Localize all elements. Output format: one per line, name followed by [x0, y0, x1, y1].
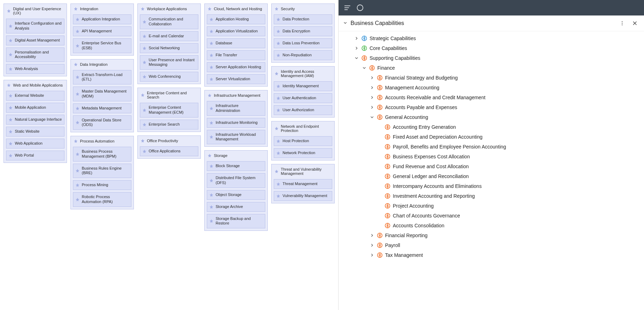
capability-card[interactable]: Digital Asset Management — [6, 36, 64, 45]
tree-node[interactable]: Strategic Capabilities — [342, 33, 640, 43]
capability-card[interactable]: External Website — [6, 91, 64, 101]
tree-node[interactable]: Accounts Receivable and Credit Managemen… — [342, 93, 640, 102]
tree-node[interactable]: Intercompany Accounts and Eliminations — [342, 181, 640, 191]
capability-card[interactable]: Business Process Management (BPM) — [73, 147, 131, 162]
tree-node[interactable]: Chart of Accounts Governance — [342, 211, 640, 221]
capability-card[interactable]: Data Loss Prevention — [274, 38, 332, 48]
capability-card[interactable]: Process Mining — [73, 180, 131, 190]
capability-group-header[interactable]: Enterprise Content and Search — [140, 90, 198, 101]
capability-group-header[interactable]: Office Productivity — [140, 138, 198, 144]
capability-group-header[interactable]: Threat and Vulnerability Management — [274, 166, 332, 177]
chevron-right-icon[interactable] — [370, 85, 374, 90]
capability-group-header[interactable]: Digital and User Experience (UX) — [6, 6, 64, 17]
capability-card[interactable]: API Management — [73, 26, 131, 36]
tree-node[interactable]: General Ledger and Reconciliation — [342, 171, 640, 181]
chevron-down-icon[interactable] — [362, 65, 367, 70]
capability-group-header[interactable]: Infrastructure Management — [207, 93, 265, 99]
capability-group-header[interactable]: Cloud, Network and Hosting — [207, 6, 265, 12]
capability-card[interactable]: Web Conferencing — [140, 72, 198, 82]
capability-card[interactable]: Social Networking — [140, 43, 198, 53]
capability-group-header[interactable]: Integration — [73, 6, 131, 12]
tree-node[interactable]: Tax Management — [342, 250, 640, 260]
chevron-down-icon[interactable] — [370, 115, 374, 120]
capability-card[interactable]: Office Applications — [140, 146, 198, 156]
chevron-right-icon[interactable] — [354, 46, 359, 51]
kebab-menu-icon[interactable] — [617, 18, 627, 28]
capability-group-header[interactable]: Storage — [207, 153, 265, 159]
capability-group-header[interactable]: Workplace Applications — [140, 6, 198, 12]
capability-group-header[interactable]: Data Integration — [73, 62, 131, 68]
capability-card[interactable]: Data Protection — [274, 14, 332, 24]
tree-node[interactable]: Fund Revenue and Cost Allocation — [342, 162, 640, 171]
capability-card[interactable]: Master Data Management (MDM) — [73, 87, 131, 101]
capability-card[interactable]: File Transfer — [207, 50, 265, 60]
tree-node[interactable]: Project Accounting — [342, 201, 640, 211]
capability-card[interactable]: Interface Configuration and Analysis — [6, 19, 64, 33]
capability-card[interactable]: Non-Repudiation — [274, 50, 332, 60]
capability-card[interactable]: Application Integration — [73, 14, 131, 24]
capability-card[interactable]: Natural Language Interface — [6, 115, 64, 125]
tree-node[interactable]: Investment Accounting and Reporting — [342, 191, 640, 201]
capability-card[interactable]: Static Website — [6, 127, 64, 137]
capability-card[interactable]: Infrastructure Administration — [207, 101, 265, 116]
tree-node[interactable]: Finance — [342, 63, 640, 73]
capability-card[interactable]: Web Analysis — [6, 64, 64, 74]
capability-card[interactable]: Operational Data Store (ODS) — [73, 115, 131, 130]
capability-card[interactable]: Communication and Collaboration — [140, 14, 198, 29]
menu-icon[interactable] — [343, 4, 351, 12]
capability-card[interactable]: User Authorization — [274, 105, 332, 115]
tree-node[interactable]: Accounts Consolidation — [342, 221, 640, 230]
capability-card[interactable]: Server Virtualization — [207, 74, 265, 84]
capability-card[interactable]: Infrastructure Workload Management — [207, 130, 265, 145]
tree-node[interactable]: Accounts Payable and Expenses — [342, 102, 640, 112]
chevron-right-icon[interactable] — [370, 253, 374, 258]
capability-card[interactable]: Web Portal — [6, 151, 64, 160]
capability-card[interactable]: Application Hosting — [207, 14, 265, 24]
capability-card[interactable]: Distributed File System (DFS) — [207, 173, 265, 188]
capability-card[interactable]: Threat Management — [274, 179, 332, 189]
capability-card[interactable]: Enterprise Search — [140, 120, 198, 129]
close-icon[interactable] — [630, 18, 640, 28]
capability-card[interactable]: Robotic Process Automation (RPA) — [73, 192, 131, 207]
capability-card[interactable]: Block Storage — [207, 161, 265, 171]
capability-card[interactable]: Application Virtualization — [207, 26, 265, 36]
capability-card[interactable]: Infrastructure Monitoring — [207, 118, 265, 128]
chevron-down-icon[interactable] — [354, 56, 359, 61]
capability-card[interactable]: Personalisation and Accessibility — [6, 48, 64, 62]
capability-card[interactable]: Network Protection — [274, 148, 332, 158]
circle-icon[interactable] — [356, 4, 364, 12]
capability-card[interactable]: Web Application — [6, 139, 64, 148]
chevron-right-icon[interactable] — [370, 105, 374, 110]
capability-card[interactable]: Host Protection — [274, 136, 332, 146]
panel-collapse-icon[interactable] — [343, 20, 348, 26]
capability-card[interactable]: Storage Backup and Restore — [207, 214, 265, 229]
capability-card[interactable]: Storage Archive — [207, 202, 265, 212]
capability-card[interactable]: Vulnerability Management — [274, 191, 332, 201]
capability-card[interactable]: User Presence and Instant Messaging — [140, 55, 198, 70]
capability-group-header[interactable]: Process Automation — [73, 138, 131, 145]
capability-group-header[interactable]: Web and Mobile Applications — [6, 82, 64, 89]
capability-card[interactable]: Enterprise Service Bus (ESB) — [73, 38, 131, 53]
capability-group-header[interactable]: Identity and Access Management (IAM) — [274, 69, 332, 79]
capability-card[interactable]: Server Application Hosting — [207, 62, 265, 72]
capability-card[interactable]: Business Rules Engine (BRE) — [73, 164, 131, 178]
chevron-right-icon[interactable] — [370, 75, 374, 80]
tree-node[interactable]: Financial Reporting — [342, 230, 640, 240]
tree-node[interactable]: Financial Strategy and Budgeting — [342, 73, 640, 83]
chevron-right-icon[interactable] — [370, 233, 374, 238]
tree-node[interactable]: Supporting Capabilities — [342, 53, 640, 63]
tree-node[interactable]: Core Capabilities — [342, 43, 640, 53]
capability-card[interactable]: Mobile Application — [6, 103, 64, 113]
capability-card[interactable]: Enterprise Content Management (ECM) — [140, 103, 198, 118]
tree-node[interactable]: Fixed Asset and Depreciation Accounting — [342, 132, 640, 142]
tree-node[interactable]: General Accounting — [342, 112, 640, 122]
capability-card[interactable]: Object Storage — [207, 190, 265, 200]
capability-card[interactable]: User Authentication — [274, 93, 332, 103]
capability-card[interactable]: Database — [207, 38, 265, 48]
capability-group-header[interactable]: Network and Endpoint Protection — [274, 124, 332, 134]
tree-node[interactable]: Business Expenses Cost Allocation — [342, 152, 640, 162]
capability-group-header[interactable]: Security — [274, 6, 332, 12]
chevron-right-icon[interactable] — [370, 95, 374, 100]
capability-card[interactable]: Identity Management — [274, 81, 332, 91]
chevron-right-icon[interactable] — [370, 243, 374, 248]
